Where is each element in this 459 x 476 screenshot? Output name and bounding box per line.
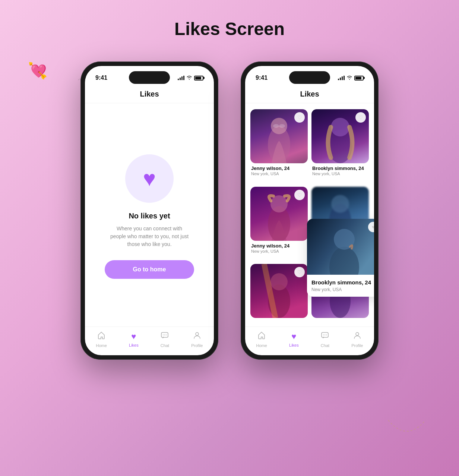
phone-2: 9:41	[241, 62, 379, 360]
card-info-jenny-1: Jenny wilson, 24 New york, USA	[250, 163, 308, 177]
chat-icon-2	[321, 331, 329, 342]
svg-point-25	[326, 335, 327, 335]
bottom-nav-2: Home ♥ Likes	[245, 327, 374, 355]
status-time-2: 9:41	[256, 75, 268, 81]
screen-content-1: ♥ No likes yet Where you can connect wit…	[85, 106, 214, 327]
likes-card-jenny-1[interactable]: ♡ Jenny wilson, 24 New york, USA	[250, 109, 308, 183]
popup-info: Brooklyn simmons, 24 New york, USA	[307, 275, 374, 297]
status-time-1: 9:41	[95, 75, 107, 81]
status-icons-1	[178, 75, 203, 81]
dashes-arc-bottom	[384, 416, 429, 439]
nav-home-1[interactable]: Home	[96, 331, 107, 348]
card-photo-5: ♡	[250, 264, 308, 318]
svg-point-26	[356, 332, 359, 335]
nav-profile-1[interactable]: Profile	[191, 331, 203, 348]
empty-state: ♥ No likes yet Where you can connect wit…	[85, 106, 214, 327]
battery-icon-1	[194, 76, 203, 81]
likes-card-jenny-2[interactable]: ♡ Jenny wilson, 24 New york, USA	[250, 187, 308, 261]
svg-point-23	[323, 335, 324, 335]
nav-home-label-2: Home	[256, 343, 267, 348]
card-photo-jenny-2: ♡	[250, 187, 308, 241]
nav-chat-label-1: Chat	[161, 343, 169, 348]
nav-likes-label-2: Likes	[289, 343, 299, 347]
status-icons-2	[338, 75, 364, 81]
screen-content-2: ♡ Jenny wilson, 24 New york, USA	[245, 106, 374, 327]
divider-2	[245, 103, 374, 103]
fav-button-jenny-1[interactable]: ♡	[294, 112, 305, 123]
go-to-home-button[interactable]: Go to home	[105, 260, 194, 279]
likes-card-brooklyn-1[interactable]: ♡ Brooklyn simmons, 24 New york, USA	[311, 109, 369, 183]
card-location-jenny-1: New york, USA	[251, 171, 307, 176]
chat-icon-1	[161, 331, 169, 342]
phones-container: 9:41	[80, 62, 379, 360]
phone-1-screen: 9:41	[85, 66, 214, 355]
dynamic-island-1	[129, 71, 170, 84]
nav-home-label-1: Home	[96, 343, 107, 348]
svg-point-7	[273, 124, 279, 128]
popup-name: Brooklyn simmons, 24	[311, 279, 374, 286]
svg-point-2	[164, 335, 165, 335]
svg-point-24	[325, 335, 325, 335]
svg-point-12	[270, 195, 288, 212]
heart-circle: ♥	[125, 154, 174, 203]
signal-icon-2	[338, 76, 345, 80]
no-likes-desc: Where you can connect with people who ma…	[108, 225, 190, 248]
nav-profile-label-1: Profile	[191, 343, 203, 348]
popup-photo: ♥	[307, 219, 374, 275]
nav-likes-2[interactable]: ♥ Likes	[289, 332, 299, 347]
bottom-nav-1: Home ♥ Likes	[85, 327, 214, 355]
profile-icon-2	[353, 331, 361, 342]
nav-likes-label-1: Likes	[129, 343, 139, 347]
phone-1: 9:41	[80, 62, 218, 360]
wifi-icon-1	[186, 75, 192, 81]
phone-2-screen: 9:41	[245, 66, 374, 355]
profile-icon-1	[193, 331, 201, 342]
no-likes-title: No likes yet	[129, 212, 170, 220]
wifi-icon-2	[346, 75, 352, 81]
nav-profile-label-2: Profile	[351, 343, 363, 348]
card-location-jenny-2: New york, USA	[251, 249, 307, 253]
nav-likes-1[interactable]: ♥ Likes	[129, 332, 139, 347]
page-title: Likes Screen	[174, 19, 285, 39]
divider-1	[85, 103, 214, 103]
svg-point-3	[166, 335, 167, 335]
nav-chat-2[interactable]: Chat	[321, 331, 329, 348]
screen-title-2: Likes	[245, 87, 374, 103]
svg-point-8	[279, 124, 285, 128]
likes-icon-1: ♥	[131, 332, 136, 341]
card-name-brooklyn-1: Brooklyn simmons, 24	[312, 166, 368, 171]
likes-icon-2: ♥	[291, 332, 296, 341]
screen-title-1: Likes	[85, 87, 214, 103]
home-icon-1	[97, 331, 105, 342]
card-photo-brooklyn-1: ♡	[311, 109, 369, 163]
home-icon-2	[257, 331, 266, 342]
battery-icon-2	[354, 76, 364, 81]
dynamic-island-2	[289, 71, 330, 84]
card-info-jenny-2: Jenny wilson, 24 New york, USA	[250, 241, 308, 255]
nav-chat-label-2: Chat	[321, 343, 329, 348]
fav-button-brooklyn-1[interactable]: ♡	[355, 112, 366, 123]
card-photo-jenny-1: ♡	[250, 109, 308, 163]
nav-profile-2[interactable]: Profile	[351, 331, 363, 348]
card-location-brooklyn-1: New york, USA	[312, 171, 368, 176]
fav-button-jenny-2[interactable]: ♡	[294, 190, 305, 200]
svg-point-16	[270, 273, 288, 290]
card-name-jenny-2: Jenny wilson, 24	[251, 243, 307, 249]
heart-icon-large: ♥	[143, 166, 156, 191]
popup-card: ♥ Brooklyn simmons, 24 New york, USA	[307, 219, 374, 297]
signal-icon-1	[178, 76, 184, 80]
svg-point-1	[163, 335, 164, 335]
cupid-emoji: 💘	[28, 62, 47, 80]
likes-card-5[interactable]: ♡	[250, 264, 308, 324]
svg-point-10	[331, 118, 349, 136]
svg-point-14	[331, 195, 349, 213]
nav-home-2[interactable]: Home	[256, 331, 267, 348]
card-info-brooklyn-1: Brooklyn simmons, 24 New york, USA	[311, 163, 369, 177]
card-name-jenny-1: Jenny wilson, 24	[251, 166, 307, 171]
svg-point-4	[196, 332, 199, 335]
nav-chat-1[interactable]: Chat	[161, 331, 169, 348]
popup-location: New york, USA	[311, 287, 374, 292]
